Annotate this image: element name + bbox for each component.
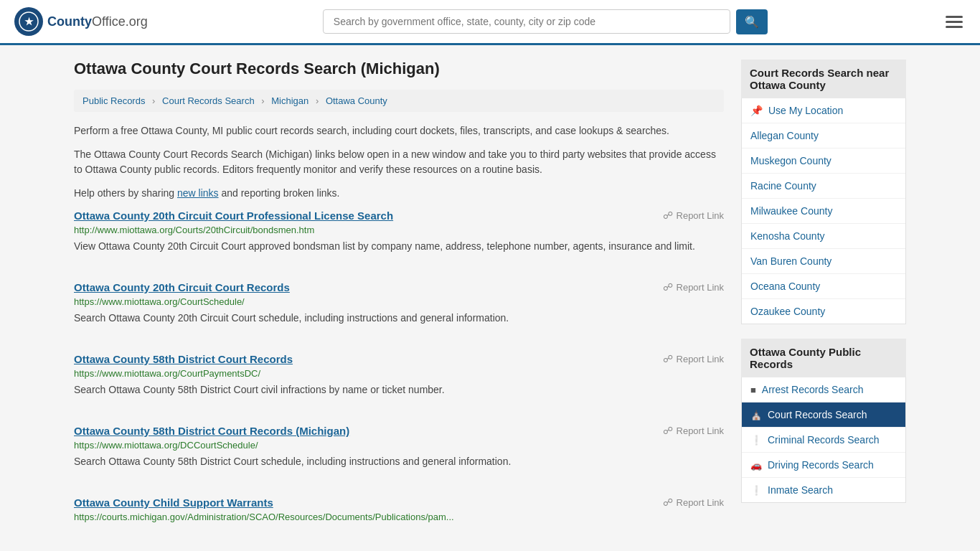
- logo-area: ★ CountyOffice.org: [14, 7, 148, 36]
- court-icon: ⛪: [750, 410, 762, 420]
- sidebar-nearby-link-4[interactable]: Milwaukee County: [742, 199, 905, 224]
- menu-icon-bar: [946, 26, 963, 28]
- sidebar-public-records-link-1[interactable]: ⛪Court Records Search: [742, 402, 905, 428]
- driving-icon: 🚗: [750, 460, 762, 471]
- report-link[interactable]: ☍ Report Link: [663, 209, 724, 221]
- search-icon: 🔍: [745, 16, 759, 28]
- nearby-section: Court Records Search near Ottawa County …: [741, 60, 906, 324]
- content-area: Ottawa County Court Records Search (Mich…: [74, 60, 724, 551]
- description-para1: Perform a free Ottawa County, MI public …: [74, 123, 724, 138]
- results-container: Ottawa County 20th Circuit Court Profess…: [74, 209, 724, 533]
- logo-icon: ★: [14, 7, 43, 36]
- svg-text:★: ★: [24, 16, 34, 27]
- header: ★ CountyOffice.org 🔍: [0, 0, 980, 45]
- report-icon: ☍: [663, 496, 673, 508]
- page-title: Ottawa County Court Records Search (Mich…: [74, 60, 724, 78]
- menu-button[interactable]: [943, 13, 966, 31]
- menu-icon-bar: [946, 16, 963, 18]
- result-item: Ottawa County 58th District Court Record…: [74, 353, 724, 405]
- result-title[interactable]: Ottawa County 20th Circuit Court Records: [74, 281, 290, 293]
- search-area: 🔍: [323, 9, 768, 34]
- sidebar-nearby-link-2[interactable]: Muskegon County: [742, 149, 905, 174]
- report-icon: ☍: [663, 425, 673, 436]
- sidebar-nearby-label: Allegan County: [750, 130, 819, 141]
- sidebar-public-records-label: Arrest Records Search: [762, 384, 864, 395]
- sidebar-nearby-label: Use My Location: [768, 105, 843, 116]
- sidebar-nearby-link-8[interactable]: Ozaukee County: [742, 299, 905, 324]
- sidebar-nearby-label: Ozaukee County: [750, 306, 825, 317]
- report-link[interactable]: ☍ Report Link: [663, 281, 724, 293]
- result-item: Ottawa County 20th Circuit Court Profess…: [74, 209, 724, 261]
- public-records-links: ■Arrest Records Search⛪Court Records Sea…: [741, 377, 906, 503]
- sidebar-public-records-label: Criminal Records Search: [768, 434, 880, 446]
- sidebar-nearby-link-6[interactable]: Van Buren County: [742, 249, 905, 274]
- result-desc: View Ottawa County 20th Circuit Court ap…: [74, 239, 724, 254]
- result-desc: Search Ottawa County 20th Circuit Court …: [74, 311, 724, 326]
- result-url: http://www.miottawa.org/Courts/20thCircu…: [74, 225, 724, 235]
- result-header: Ottawa County Child Support Warrants ☍ R…: [74, 496, 724, 509]
- location-icon: 📌: [750, 105, 763, 116]
- sidebar-nearby-link-7[interactable]: Oceana County: [742, 274, 905, 299]
- result-item: Ottawa County 20th Circuit Court Records…: [74, 281, 724, 333]
- logo-text: CountyOffice.org: [47, 14, 148, 29]
- report-link[interactable]: ☍ Report Link: [663, 353, 724, 364]
- report-link[interactable]: ☍ Report Link: [663, 496, 724, 508]
- sidebar: Court Records Search near Ottawa County …: [741, 60, 906, 551]
- result-title[interactable]: Ottawa County 58th District Court Record…: [74, 425, 349, 437]
- result-item: Ottawa County 58th District Court Record…: [74, 425, 724, 476]
- report-icon: ☍: [663, 353, 673, 364]
- criminal-icon: ❕: [750, 435, 762, 446]
- sidebar-nearby-label: Racine County: [750, 180, 816, 192]
- public-records-section: Ottawa County Public Records ■Arrest Rec…: [741, 339, 906, 503]
- sidebar-nearby-link-3[interactable]: Racine County: [742, 174, 905, 199]
- result-url: https://www.miottawa.org/DCCourtSchedule…: [74, 440, 724, 451]
- result-item: Ottawa County Child Support Warrants ☍ R…: [74, 496, 724, 533]
- sidebar-nearby-link-5[interactable]: Kenosha County: [742, 224, 905, 249]
- sidebar-public-records-label: Court Records Search: [768, 409, 867, 420]
- description-para2: The Ottawa County Court Records Search (…: [74, 147, 724, 177]
- search-input[interactable]: [323, 9, 730, 34]
- sidebar-public-records-link-0[interactable]: ■Arrest Records Search: [742, 377, 905, 402]
- report-icon: ☍: [663, 209, 673, 221]
- sidebar-public-records-link-3[interactable]: 🚗Driving Records Search: [742, 453, 905, 478]
- result-header: Ottawa County 58th District Court Record…: [74, 425, 724, 437]
- nearby-header: Court Records Search near Ottawa County: [741, 60, 906, 98]
- sidebar-nearby-label: Van Buren County: [750, 255, 831, 267]
- main-container: Ottawa County Court Records Search (Mich…: [60, 45, 920, 551]
- sidebar-nearby-link-1[interactable]: Allegan County: [742, 123, 905, 149]
- breadcrumb-public-records[interactable]: Public Records: [83, 95, 145, 106]
- arrest-icon: ■: [750, 385, 756, 395]
- result-title[interactable]: Ottawa County 20th Circuit Court Profess…: [74, 209, 393, 222]
- result-desc: Search Ottawa County 58th District Court…: [74, 454, 724, 469]
- result-url: https://www.miottawa.org/CourtSchedule/: [74, 296, 724, 307]
- description-para3: Help others by sharing new links and rep…: [74, 186, 724, 201]
- breadcrumb: Public Records › Court Records Search › …: [74, 90, 724, 112]
- sidebar-nearby-link-0[interactable]: 📌Use My Location: [742, 98, 905, 123]
- breadcrumb-ottawa-county[interactable]: Ottawa County: [326, 95, 387, 106]
- sidebar-nearby-label: Milwaukee County: [750, 205, 832, 217]
- breadcrumb-michigan[interactable]: Michigan: [271, 95, 308, 106]
- result-header: Ottawa County 20th Circuit Court Profess…: [74, 209, 724, 222]
- sidebar-nearby-label: Kenosha County: [750, 230, 825, 242]
- result-url: https://courts.michigan.gov/Administrati…: [74, 512, 724, 522]
- sidebar-nearby-label: Muskegon County: [750, 155, 831, 166]
- sidebar-public-records-link-2[interactable]: ❕Criminal Records Search: [742, 428, 905, 453]
- sidebar-public-records-label: Driving Records Search: [768, 459, 874, 471]
- breadcrumb-court-records[interactable]: Court Records Search: [162, 95, 255, 106]
- sidebar-nearby-label: Oceana County: [750, 281, 820, 292]
- result-header: Ottawa County 58th District Court Record…: [74, 353, 724, 365]
- result-title[interactable]: Ottawa County 58th District Court Record…: [74, 353, 293, 365]
- nearby-links: 📌Use My LocationAllegan CountyMuskegon C…: [741, 98, 906, 324]
- menu-icon-bar: [946, 21, 963, 23]
- new-links-link[interactable]: new links: [177, 187, 219, 199]
- inmate-icon: ❕: [750, 485, 762, 496]
- sidebar-public-records-label: Inmate Search: [768, 484, 833, 496]
- result-header: Ottawa County 20th Circuit Court Records…: [74, 281, 724, 293]
- result-title[interactable]: Ottawa County Child Support Warrants: [74, 496, 273, 509]
- result-desc: Search Ottawa County 58th District Court…: [74, 382, 724, 397]
- search-button[interactable]: 🔍: [736, 9, 768, 34]
- report-link[interactable]: ☍ Report Link: [663, 425, 724, 436]
- sidebar-public-records-link-4[interactable]: ❕Inmate Search: [742, 478, 905, 502]
- public-records-header: Ottawa County Public Records: [741, 339, 906, 377]
- result-url: https://www.miottawa.org/CourtPaymentsDC…: [74, 368, 724, 379]
